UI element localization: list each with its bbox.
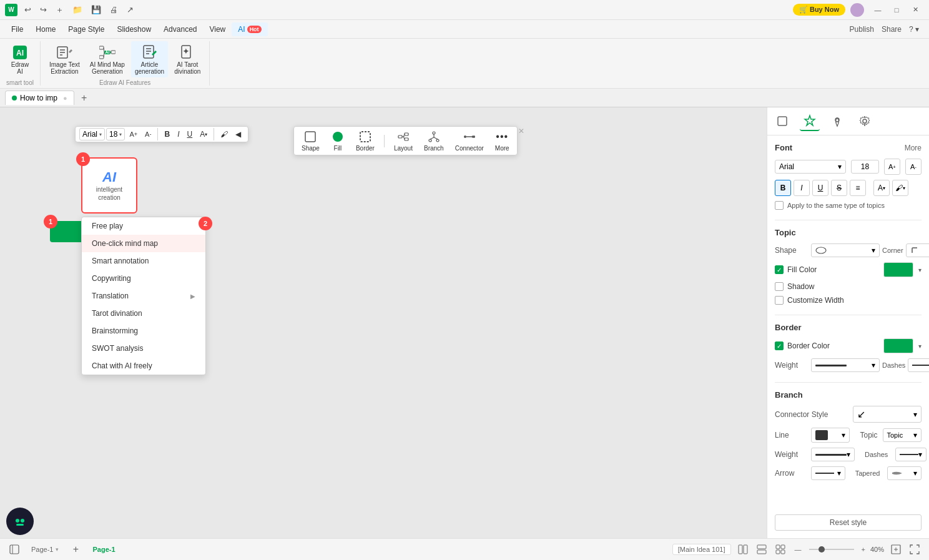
dropdown-tarot[interactable]: Tarot divination <box>82 305 205 322</box>
menu-advanced[interactable]: Advanced <box>157 22 203 36</box>
fill-color-checkbox[interactable] <box>775 265 784 274</box>
panel-tab-shape[interactable] <box>772 111 792 131</box>
font-decrease-panel-btn[interactable]: A- <box>905 159 922 175</box>
apply-same-checkbox[interactable] <box>775 201 784 210</box>
share-btn[interactable]: Share <box>882 25 902 34</box>
expand-btn[interactable] <box>908 543 922 556</box>
fit-page-btn[interactable] <box>889 543 903 556</box>
strikethrough-panel-btn[interactable]: S <box>831 180 847 196</box>
view-mode-2-btn[interactable] <box>755 543 769 556</box>
align-panel-btn[interactable]: ≡ <box>850 180 866 196</box>
bold-panel-btn[interactable]: B <box>775 180 791 196</box>
menu-home[interactable]: Home <box>29 22 62 36</box>
undo-btn[interactable]: ↩ <box>21 4 34 16</box>
border-color-arrow[interactable]: ▾ <box>918 343 922 350</box>
branch-weight-select[interactable]: ▾ <box>811 448 855 461</box>
save-btn[interactable]: 💾 <box>88 4 104 16</box>
border-btn[interactable]: Border <box>352 128 378 154</box>
more-btn[interactable]: ••• More <box>491 128 513 154</box>
user-avatar[interactable] <box>850 3 864 17</box>
arrow-select[interactable]: ▾ <box>811 466 845 480</box>
tapered-select[interactable]: ▾ <box>887 466 922 480</box>
tab-how-to-imp[interactable]: How to imp ● <box>5 91 74 105</box>
menu-view[interactable]: View <box>203 22 232 36</box>
dashes-select[interactable]: ▾ <box>908 358 929 372</box>
ai-node[interactable]: 1 AI intelligentcreation <box>81 157 137 214</box>
topic-select[interactable]: Topic ▾ <box>883 428 922 442</box>
buy-now-button[interactable]: 🛒 Buy Now <box>793 4 845 16</box>
font-size-select[interactable]: 18 ▾ <box>106 128 125 140</box>
menu-page-style[interactable]: Page Style <box>62 22 111 36</box>
page-1-tab[interactable]: Page-1 ▾ <box>26 544 64 554</box>
ai-tarot-btn[interactable]: ✦ AI Tarotdivination <box>170 41 204 77</box>
italic-panel-btn[interactable]: I <box>794 180 810 196</box>
toolbar-collapse-btn[interactable]: ✕ <box>518 127 524 135</box>
connector-btn[interactable]: Connector <box>451 128 488 154</box>
ai-mind-map-btn[interactable]: AI AI Mind MapGeneration <box>86 41 129 77</box>
dropdown-brainstorming[interactable]: Brainstorming <box>82 322 205 340</box>
fill-btn[interactable]: Fill <box>327 128 348 154</box>
custom-width-checkbox[interactable] <box>775 296 784 305</box>
new-btn[interactable]: ＋ <box>52 3 67 17</box>
panel-tab-settings[interactable] <box>855 111 875 131</box>
ai-bot-icon[interactable] <box>6 508 34 535</box>
paint-btn[interactable]: 🖌 <box>217 128 231 140</box>
add-page-btn[interactable]: + <box>69 543 82 556</box>
reset-style-btn[interactable]: Reset style <box>775 514 922 531</box>
shadow-checkbox[interactable] <box>775 282 784 291</box>
branch-dashes-select[interactable]: ▾ <box>895 448 927 461</box>
help-btn[interactable]: ? ▾ <box>909 25 919 34</box>
panel-tab-location[interactable] <box>827 111 847 131</box>
layout-btn[interactable]: Layout <box>390 128 416 154</box>
edraw-ai-btn[interactable]: AI EdrawAI <box>5 41 35 77</box>
underline-panel-btn[interactable]: U <box>812 180 828 196</box>
redo-btn[interactable]: ↪ <box>37 4 50 16</box>
font-color-btn[interactable]: A ▾ <box>197 128 210 140</box>
paint-panel-btn[interactable]: 🖌 ▾ <box>892 180 908 196</box>
menu-ai[interactable]: AI Hot <box>232 22 267 36</box>
dropdown-one-click[interactable]: One-click mind map <box>82 235 205 252</box>
panel-tab-ai[interactable] <box>800 111 820 131</box>
view-mode-3-btn[interactable] <box>774 543 787 556</box>
fill-color-arrow[interactable]: ▾ <box>918 267 922 273</box>
dropdown-free-play[interactable]: Free play <box>82 217 205 235</box>
branch-btn[interactable]: Branch <box>420 128 448 154</box>
font-more-btn[interactable]: More <box>905 144 922 152</box>
underline-btn[interactable]: U <box>184 128 196 140</box>
font-name-select[interactable]: Arial ▾ <box>79 128 105 140</box>
line-color-select[interactable]: ▾ <box>811 428 850 443</box>
corner-select[interactable]: ▾ <box>906 243 929 257</box>
image-text-extraction-btn[interactable]: Image TextExtraction <box>46 41 84 77</box>
border-color-checkbox[interactable] <box>775 341 784 350</box>
open-btn[interactable]: 📁 <box>69 4 86 16</box>
close-btn[interactable]: ✕ <box>907 3 924 17</box>
zoom-minus-btn[interactable]: — <box>792 544 804 554</box>
canvas-area[interactable]: Arial ▾ 18 ▾ A+ A- B I U A ▾ 🖌 ◀ <box>0 107 767 538</box>
font-increase-btn[interactable]: A+ <box>126 129 140 140</box>
font-decrease-btn[interactable]: A- <box>142 129 154 140</box>
weight-select[interactable]: ▾ <box>811 358 880 372</box>
minimize-btn[interactable]: — <box>869 3 887 17</box>
zoom-slider[interactable] <box>807 546 857 553</box>
dropdown-smart-annotation[interactable]: Smart annotation <box>82 252 205 270</box>
font-increase-panel-btn[interactable]: A+ <box>884 159 900 175</box>
restore-btn[interactable]: □ <box>888 3 905 17</box>
print-btn[interactable]: 🖨 <box>107 4 121 16</box>
bold-btn[interactable]: B <box>161 128 173 140</box>
connector-style-select[interactable]: ↙ ▾ <box>853 406 922 423</box>
menu-slideshow[interactable]: Slideshow <box>111 22 157 36</box>
dropdown-chat-ai[interactable]: Chat with AI freely <box>82 357 205 375</box>
publish-btn[interactable]: Publish <box>850 25 874 34</box>
zoom-plus-btn[interactable]: + <box>859 544 868 554</box>
panel-toggle-btn[interactable] <box>7 543 21 556</box>
dropdown-swot[interactable]: SWOT analysis <box>82 340 205 357</box>
shape-select[interactable]: ▾ <box>811 243 880 257</box>
dropdown-copywriting[interactable]: Copywriting <box>82 270 205 287</box>
eraser-btn[interactable]: ◀ <box>232 128 244 140</box>
dropdown-translation[interactable]: Translation ▶ <box>82 287 205 305</box>
shape-btn[interactable]: Shape <box>298 128 323 154</box>
font-size-panel-input[interactable]: 18 <box>851 160 879 174</box>
font-color-panel-btn[interactable]: A ▾ <box>873 180 890 196</box>
italic-btn[interactable]: I <box>174 128 182 140</box>
article-generation-btn[interactable]: Articlegeneration <box>131 41 168 77</box>
